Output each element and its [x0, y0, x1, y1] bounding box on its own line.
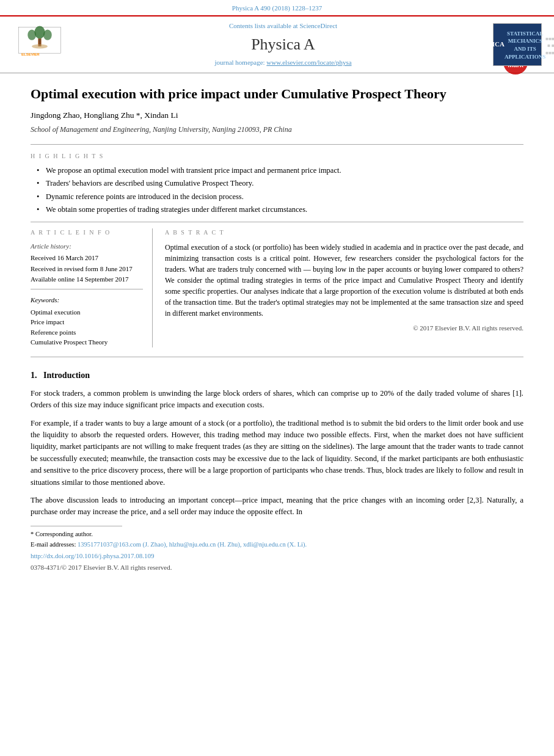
- copyright-notice: © 2017 Elsevier B.V. All rights reserved…: [165, 324, 523, 333]
- highlights-list: We propose an optimal execution model wi…: [37, 165, 523, 216]
- svg-point-3: [43, 30, 52, 40]
- highlight-item-4: We obtain some properties of trading str…: [37, 205, 523, 216]
- journal-name: Physica A: [79, 34, 487, 56]
- keyword-3: Reference points: [31, 328, 143, 337]
- received-date: Received 16 March 2017: [31, 253, 143, 263]
- abstract-label: A B S T R A C T: [165, 228, 523, 237]
- intro-paragraph-1: For stock traders, a common problem is u…: [31, 388, 523, 412]
- info-divider: [31, 289, 143, 289]
- svg-point-2: [27, 30, 36, 40]
- doi-link: http://dx.doi.org/10.1016/j.physa.2017.0…: [31, 551, 523, 561]
- article-title: Optimal execution with price impact unde…: [31, 85, 523, 103]
- highlights-label: H I G H L I G H T S: [31, 152, 523, 161]
- divider-1: [31, 144, 523, 145]
- intro-paragraph-3: The above discussion leads to introducin…: [31, 495, 523, 518]
- elsevier-logo: ELSEVIER: [12, 24, 73, 64]
- intro-paragraph-2: For example, if a trader wants to buy a …: [31, 418, 523, 489]
- journal-center: Contents lists available at ScienceDirec…: [79, 21, 487, 67]
- journal-header: ELSEVIER Contents lists available at Sci…: [0, 15, 554, 73]
- available-online-date: Available online 14 September 2017: [31, 275, 143, 284]
- section-1-title: 1. Introduction: [31, 369, 523, 382]
- footnote-star: * Corresponding author.: [31, 530, 523, 539]
- footnote-divider: [31, 526, 122, 526]
- divider-2: [31, 222, 523, 222]
- authors: Jingdong Zhao, Hongliang Zhu *, Xindan L…: [31, 110, 523, 122]
- elsevier-logo-svg: ELSEVIER: [12, 24, 67, 61]
- issn-line: 0378-4371/© 2017 Elsevier B.V. All right…: [31, 563, 523, 572]
- keyword-4: Cumulative Prospect Theory: [31, 338, 143, 347]
- divider-3: [31, 357, 523, 357]
- highlight-item-2: Traders' behaviors are described using C…: [37, 178, 523, 189]
- article-history-label: Article history:: [31, 242, 143, 251]
- keywords-label: Keywords:: [31, 296, 143, 305]
- footnote-emails: E-mail addresses: 13951771037@163.com (J…: [31, 540, 523, 550]
- sciencedirect-text[interactable]: ScienceDirect: [299, 22, 337, 29]
- homepage-url[interactable]: www.elsevier.com/locate/physa: [266, 59, 351, 66]
- main-content: Cross Mark Optimal execution with price …: [0, 73, 554, 585]
- svg-point-1: [34, 26, 45, 39]
- highlight-item-3: Dynamic reference points are introduced …: [37, 192, 523, 203]
- journal-reference: Physica A 490 (2018) 1228–1237: [0, 0, 554, 15]
- svg-point-6: [38, 39, 40, 41]
- received-revised-date: Received in revised form 8 June 2017: [31, 264, 143, 274]
- article-info-column: A R T I C L E I N F O Article history: R…: [31, 228, 153, 348]
- affiliation: School of Management and Engineering, Na…: [31, 125, 523, 135]
- keyword-1: Optimal execution: [31, 308, 143, 317]
- svg-text:ELSEVIER: ELSEVIER: [21, 53, 40, 57]
- article-info-label: A R T I C L E I N F O: [31, 228, 143, 237]
- keyword-2: Price impact: [31, 318, 143, 327]
- sciencedirect-link: Contents lists available at ScienceDirec…: [79, 21, 487, 31]
- journal-cover-image: PHYSICA STATISTICAL MECHANICSAND ITS APP…: [493, 23, 542, 66]
- abstract-column: A B S T R A C T Optimal execution of a s…: [165, 228, 523, 348]
- abstract-text: Optimal execution of a stock (or portfol…: [165, 242, 523, 319]
- journal-homepage: journal homepage: www.elsevier.com/locat…: [79, 58, 487, 67]
- two-column-section: A R T I C L E I N F O Article history: R…: [31, 228, 523, 348]
- highlight-item-1: We propose an optimal execution model wi…: [37, 165, 523, 176]
